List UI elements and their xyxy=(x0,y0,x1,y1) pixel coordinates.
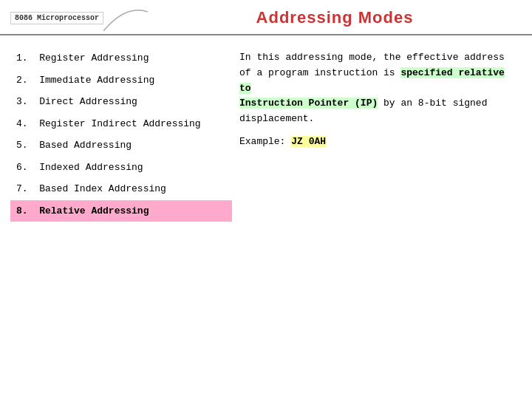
menu-item-indexed[interactable]: 6. Indexed Addressing xyxy=(10,157,232,179)
header-curve-decoration xyxy=(103,4,148,31)
menu-item-register-indirect[interactable]: 4. Register Indirect Addressing xyxy=(10,113,232,135)
header-divider xyxy=(0,34,532,35)
logo: 8086 Microprocessor xyxy=(10,12,103,24)
menu-item-direct[interactable]: 3. Direct Addressing xyxy=(10,91,232,113)
description-paragraph: In this addressing mode, the effective a… xyxy=(239,50,522,127)
example-value: JZ 0AH xyxy=(291,136,326,147)
menu-item-relative[interactable]: 8. Relative Addressing xyxy=(10,200,232,222)
menu-item-based[interactable]: 5. Based Addressing xyxy=(10,134,232,157)
menu-item-immediate[interactable]: 2. Immediate Addressing xyxy=(10,69,232,92)
menu-item-register[interactable]: 1. Register Addressing xyxy=(10,47,232,69)
page-title: Addressing Modes xyxy=(256,8,414,27)
example-label: Example: xyxy=(239,136,285,147)
menu-item-based-index[interactable]: 7. Based Index Addressing xyxy=(10,178,232,200)
header: 8086 Microprocessor Addressing Modes xyxy=(0,0,532,31)
left-panel: 1. Register Addressing 2. Immediate Addr… xyxy=(10,47,232,222)
example-paragraph: Example: JZ 0AH xyxy=(239,134,522,150)
right-panel: In this addressing mode, the effective a… xyxy=(239,47,522,222)
main-content: 1. Register Addressing 2. Immediate Addr… xyxy=(0,40,532,229)
header-title-area: Addressing Modes xyxy=(148,8,522,27)
highlight-ip: Instruction Pointer (IP) xyxy=(239,98,378,109)
